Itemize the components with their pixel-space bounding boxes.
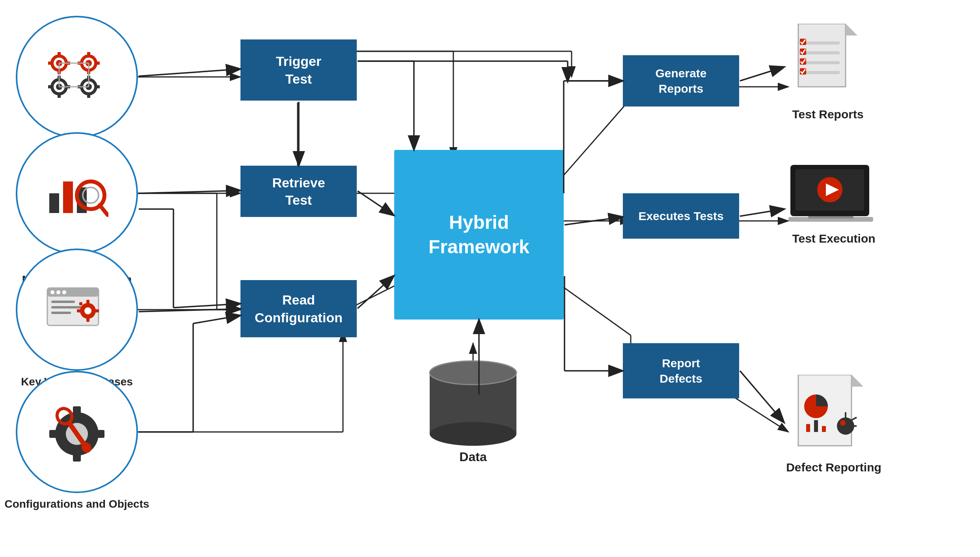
svg-rect-76	[73, 406, 81, 414]
svg-rect-90	[806, 41, 840, 45]
svg-rect-79	[97, 430, 104, 438]
svg-line-136	[358, 191, 393, 215]
svg-rect-78	[49, 430, 57, 438]
box-hybrid-framework: HybridFramework	[394, 150, 564, 320]
svg-line-137	[358, 276, 393, 308]
svg-point-68	[84, 307, 91, 314]
svg-rect-65	[51, 306, 83, 308]
label-data: Data	[434, 450, 512, 464]
svg-line-114	[851, 417, 857, 420]
svg-rect-41	[48, 85, 53, 88]
svg-rect-29	[48, 62, 53, 65]
svg-rect-69	[86, 300, 89, 304]
data-cylinder	[414, 355, 532, 446]
svg-rect-77	[73, 454, 81, 462]
svg-marker-89	[846, 24, 857, 36]
svg-point-118	[430, 422, 516, 446]
svg-line-126	[139, 309, 240, 312]
svg-line-125	[173, 304, 240, 308]
label-test-execution: Test Execution	[784, 231, 883, 246]
svg-line-122	[139, 191, 240, 193]
svg-point-112	[840, 420, 846, 426]
svg-line-144	[740, 209, 784, 216]
box-trigger-test: TriggerTest	[240, 39, 357, 101]
label-defect-reporting: Defect Reporting	[784, 460, 883, 475]
svg-line-145	[740, 371, 784, 422]
svg-rect-92	[806, 61, 840, 64]
svg-rect-33	[87, 52, 90, 57]
box-executes-tests: Executes Tests	[623, 193, 739, 239]
output-test-execution	[784, 158, 883, 237]
svg-rect-91	[806, 51, 840, 54]
svg-rect-70	[86, 318, 89, 322]
svg-rect-53	[49, 193, 59, 213]
svg-rect-103	[808, 216, 853, 219]
svg-point-62	[56, 290, 60, 294]
svg-rect-72	[95, 309, 99, 312]
output-defect-reporting	[784, 371, 883, 462]
box-retrieve-test: RetrieveTest	[240, 166, 357, 217]
svg-marker-106	[851, 375, 863, 387]
svg-rect-40	[58, 93, 61, 98]
circle-keyword-test	[16, 249, 138, 371]
svg-rect-109	[814, 420, 818, 432]
circle-continuous-integration	[16, 16, 138, 138]
svg-rect-48	[95, 85, 100, 88]
circle-config-objects	[16, 371, 138, 493]
label-config-objects: Configurations and Objects	[0, 497, 154, 511]
svg-line-121	[139, 69, 240, 76]
diagram-container: ContinuousIntegration Tools Test CasesMa…	[0, 0, 980, 557]
svg-rect-66	[51, 312, 71, 314]
svg-point-61	[50, 290, 54, 294]
box-read-config: ReadConfiguration	[240, 280, 357, 337]
svg-marker-87	[798, 24, 846, 87]
circle-test-cases-mgmt	[16, 132, 138, 254]
svg-line-57	[100, 205, 108, 215]
svg-rect-108	[806, 424, 810, 432]
svg-rect-46	[87, 93, 90, 98]
label-test-reports: Test Reports	[784, 107, 871, 122]
box-generate-reports: GenerateReports	[623, 55, 739, 107]
svg-rect-60	[47, 288, 99, 297]
svg-rect-110	[822, 426, 826, 432]
svg-point-63	[62, 290, 66, 294]
svg-line-143	[740, 67, 784, 81]
svg-rect-36	[95, 62, 100, 65]
svg-rect-64	[51, 301, 75, 303]
svg-rect-71	[77, 309, 81, 312]
svg-line-129	[193, 316, 240, 323]
svg-rect-93	[806, 71, 840, 74]
svg-rect-54	[63, 181, 73, 213]
svg-rect-27	[58, 52, 61, 57]
box-report-defects: ReportDefects	[623, 343, 739, 398]
svg-rect-73	[79, 302, 82, 305]
svg-line-140	[565, 217, 622, 225]
